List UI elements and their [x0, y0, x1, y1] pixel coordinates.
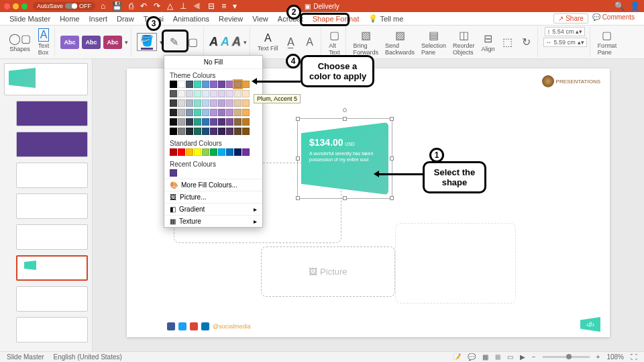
color-swatch[interactable]: [194, 128, 201, 135]
facebook-icon[interactable]: [167, 322, 175, 330]
color-swatch[interactable]: [242, 148, 250, 156]
color-swatch[interactable]: [202, 90, 209, 97]
layout-thumb[interactable]: [16, 224, 88, 250]
wordart-styles[interactable]: A A A ▾: [207, 27, 250, 57]
color-swatch[interactable]: [210, 109, 217, 116]
alt-text-button[interactable]: ▢Alt Text: [327, 28, 343, 57]
color-swatch[interactable]: [242, 118, 250, 126]
zoom-out-icon[interactable]: −: [532, 353, 536, 361]
account-icon[interactable]: 👤: [630, 1, 640, 11]
color-swatch[interactable]: [218, 99, 225, 107]
color-swatch[interactable]: [194, 118, 201, 126]
color-swatch[interactable]: [186, 128, 193, 135]
color-swatch[interactable]: [178, 90, 185, 97]
width-input[interactable]: ↔5.59 cm▴▾: [543, 38, 587, 47]
color-swatch[interactable]: [170, 148, 177, 156]
home-icon[interactable]: ⌂: [101, 1, 105, 11]
group-button[interactable]: ⬚: [500, 34, 516, 50]
color-swatch[interactable]: [210, 148, 217, 156]
qat-icon[interactable]: △: [167, 1, 173, 11]
status-language[interactable]: English (United States): [54, 353, 122, 361]
layout-thumb[interactable]: [16, 132, 88, 157]
color-swatch[interactable]: [202, 109, 209, 116]
color-swatch[interactable]: [242, 99, 250, 107]
color-swatch[interactable]: [210, 99, 217, 107]
zoom-value[interactable]: 108%: [606, 353, 624, 361]
color-swatch[interactable]: [186, 81, 193, 88]
undo-icon[interactable]: ↶: [140, 1, 147, 11]
color-swatch[interactable]: [186, 99, 193, 107]
tell-me[interactable]: 💡Tell me: [368, 14, 403, 23]
qat-icon[interactable]: ▾: [233, 1, 237, 11]
no-fill-option[interactable]: No Fill: [164, 56, 262, 69]
color-swatch[interactable]: [234, 128, 241, 135]
color-swatch[interactable]: [210, 128, 217, 135]
rotate-button[interactable]: ↻: [519, 34, 535, 50]
layout-thumb[interactable]: [16, 101, 88, 126]
twitter-icon[interactable]: [178, 322, 186, 330]
color-swatch[interactable]: [194, 148, 201, 156]
layout-thumb-selected[interactable]: [16, 255, 88, 281]
qat-icon[interactable]: ⊥: [180, 1, 186, 11]
color-swatch[interactable]: [186, 118, 193, 126]
color-swatch[interactable]: [170, 128, 177, 135]
color-swatch[interactable]: [194, 109, 201, 116]
google-icon[interactable]: [190, 322, 198, 330]
color-swatch[interactable]: [210, 118, 217, 126]
color-swatch[interactable]: [202, 99, 209, 107]
layout-thumb[interactable]: [16, 163, 88, 188]
linkedin-icon[interactable]: [201, 322, 209, 330]
window-controls[interactable]: [4, 3, 28, 9]
color-swatch[interactable]: [226, 118, 233, 126]
text-fill-button[interactable]: AText Fill: [256, 31, 280, 53]
slide-thumbnails[interactable]: [0, 59, 93, 351]
picture-fill[interactable]: 🖼Picture...: [164, 191, 262, 203]
color-swatch[interactable]: [178, 148, 185, 156]
color-swatch[interactable]: [186, 109, 193, 116]
height-input[interactable]: ↕5.54 cm▴▾: [545, 27, 586, 36]
fit-icon[interactable]: ⛶: [631, 353, 637, 361]
color-swatch[interactable]: [194, 99, 201, 107]
color-swatch[interactable]: [234, 118, 241, 126]
color-swatch[interactable]: [202, 81, 209, 88]
rotate-handle[interactable]: [343, 108, 347, 112]
color-swatch-hover[interactable]: [234, 81, 241, 88]
maximize-icon[interactable]: [21, 3, 28, 9]
view-sorter-icon[interactable]: ⊞: [495, 353, 500, 361]
gradient-fill[interactable]: ◧Gradient▸: [164, 203, 262, 215]
tab-slidemaster[interactable]: Slide Master: [9, 15, 50, 23]
color-swatch[interactable]: [234, 99, 241, 107]
more-fill-colours[interactable]: 🎨More Fill Colours...: [164, 179, 262, 191]
autosave-toggle[interactable]: AutoSaveOFF: [33, 2, 95, 10]
shapes-gallery[interactable]: ◯▢Shapes: [7, 31, 33, 54]
text-effects-button[interactable]: A: [302, 35, 318, 50]
tab-insert[interactable]: Insert: [89, 15, 107, 23]
color-swatch[interactable]: [234, 148, 241, 156]
layout-thumb[interactable]: [16, 193, 88, 219]
search-icon[interactable]: 🔍: [614, 1, 625, 11]
placeholder[interactable]: [395, 223, 516, 304]
view-normal-icon[interactable]: ▦: [482, 353, 488, 361]
color-swatch[interactable]: [218, 128, 225, 135]
close-icon[interactable]: [4, 3, 10, 9]
color-swatch[interactable]: [218, 118, 225, 126]
color-swatch[interactable]: [202, 118, 209, 126]
qat[interactable]: ⌂ 💾 ⎙ ↶ ↷ △ ⊥ ⫷ ⊟ ≡ ▾: [101, 1, 237, 11]
color-swatch[interactable]: [202, 128, 209, 135]
texture-fill[interactable]: ▦Texture▸: [164, 215, 262, 227]
color-swatch[interactable]: [202, 148, 209, 156]
text-outline-button[interactable]: A̲: [283, 34, 299, 50]
print-icon[interactable]: ⎙: [129, 1, 133, 11]
color-swatch[interactable]: [234, 109, 241, 116]
color-swatch[interactable]: [170, 169, 177, 177]
wordart-style[interactable]: A: [221, 35, 229, 49]
chevron-down-icon[interactable]: ▾: [125, 39, 128, 46]
qat-icon[interactable]: ≡: [221, 1, 226, 11]
wordart-style[interactable]: A: [232, 35, 241, 49]
color-swatch[interactable]: [218, 109, 225, 116]
share-button[interactable]: ↗ Share: [553, 13, 588, 24]
selection-pane-button[interactable]: ▤Selection Pane: [419, 28, 448, 57]
color-swatch[interactable]: [242, 90, 250, 97]
selected-shape[interactable]: $134.00 USD A wonderful serenity has tak…: [301, 122, 388, 195]
color-swatch[interactable]: [226, 128, 233, 135]
